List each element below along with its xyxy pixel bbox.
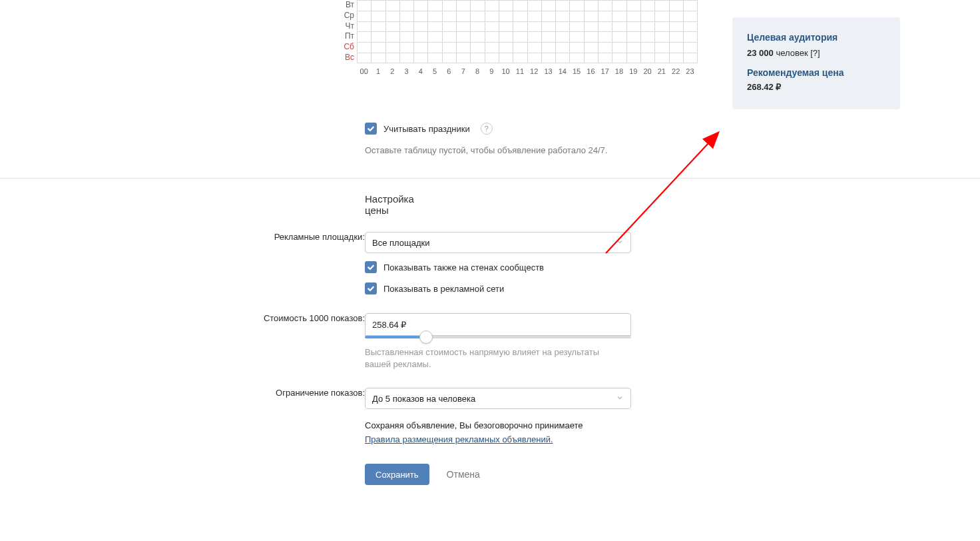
schedule-day-grid[interactable] — [357, 42, 698, 53]
schedule-cell[interactable] — [627, 1, 641, 11]
schedule-cell[interactable] — [428, 1, 442, 11]
schedule-cell[interactable] — [513, 32, 527, 42]
schedule-cell[interactable] — [400, 11, 414, 21]
platforms-select[interactable]: Все площадки — [365, 232, 631, 253]
schedule-cell[interactable] — [585, 22, 599, 32]
schedule-cell[interactable] — [358, 1, 371, 11]
holidays-checkbox-row[interactable]: Учитывать праздники ? — [365, 123, 493, 135]
schedule-cell[interactable] — [499, 53, 513, 63]
schedule-cell[interactable] — [471, 1, 485, 11]
audience-help-icon[interactable]: [?] — [810, 48, 820, 58]
schedule-cell[interactable] — [400, 53, 414, 63]
cancel-button[interactable]: Отмена — [447, 469, 480, 480]
schedule-cell[interactable] — [386, 11, 400, 21]
schedule-day-grid[interactable] — [357, 53, 698, 63]
schedule-cell[interactable] — [400, 32, 414, 42]
schedule-cell[interactable] — [499, 43, 513, 53]
schedule-cell[interactable] — [684, 43, 698, 53]
save-button[interactable]: Сохранить — [365, 464, 429, 485]
schedule-cell[interactable] — [499, 11, 513, 21]
schedule-day-grid[interactable] — [357, 21, 698, 32]
schedule-cell[interactable] — [471, 53, 485, 63]
schedule-cell[interactable] — [556, 53, 570, 63]
schedule-cell[interactable] — [386, 1, 400, 11]
schedule-cell[interactable] — [358, 53, 371, 63]
schedule-cell[interactable] — [542, 1, 556, 11]
schedule-cell[interactable] — [641, 1, 655, 11]
schedule-cell[interactable] — [599, 11, 612, 21]
schedule-cell[interactable] — [570, 22, 584, 32]
schedule-cell[interactable] — [570, 43, 584, 53]
schedule-cell[interactable] — [528, 22, 542, 32]
schedule-cell[interactable] — [655, 22, 669, 32]
schedule-cell[interactable] — [443, 53, 457, 63]
schedule-day-grid[interactable] — [357, 11, 698, 21]
schedule-cell[interactable] — [670, 32, 684, 42]
schedule-cell[interactable] — [542, 53, 556, 63]
schedule-cell[interactable] — [428, 43, 442, 53]
schedule-cell[interactable] — [684, 53, 698, 63]
schedule-cell[interactable] — [499, 32, 513, 42]
schedule-cell[interactable] — [371, 11, 385, 21]
schedule-cell[interactable] — [627, 22, 641, 32]
schedule-cell[interactable] — [457, 43, 471, 53]
schedule-cell[interactable] — [485, 11, 499, 21]
schedule-cell[interactable] — [485, 43, 499, 53]
schedule-cell[interactable] — [457, 22, 471, 32]
schedule-cell[interactable] — [457, 32, 471, 42]
schedule-cell[interactable] — [627, 32, 641, 42]
schedule-cell[interactable] — [655, 11, 669, 21]
schedule-cell[interactable] — [386, 53, 400, 63]
schedule-cell[interactable] — [513, 43, 527, 53]
schedule-cell[interactable] — [485, 1, 499, 11]
schedule-cell[interactable] — [542, 32, 556, 42]
schedule-cell[interactable] — [414, 22, 428, 32]
schedule-cell[interactable] — [570, 1, 584, 11]
schedule-cell[interactable] — [585, 1, 599, 11]
schedule-cell[interactable] — [670, 53, 684, 63]
network-checkbox-row[interactable]: Показывать в рекламной сети — [365, 282, 631, 294]
schedule-cell[interactable] — [371, 32, 385, 42]
schedule-cell[interactable] — [684, 1, 698, 11]
schedule-cell[interactable] — [528, 1, 542, 11]
schedule-cell[interactable] — [670, 22, 684, 32]
schedule-cell[interactable] — [585, 11, 599, 21]
schedule-cell[interactable] — [471, 11, 485, 21]
schedule-cell[interactable] — [371, 22, 385, 32]
schedule-cell[interactable] — [485, 32, 499, 42]
schedule-cell[interactable] — [599, 32, 612, 42]
schedule-cell[interactable] — [570, 11, 584, 21]
schedule-cell[interactable] — [556, 1, 570, 11]
schedule-cell[interactable] — [612, 11, 626, 21]
schedule-cell[interactable] — [513, 53, 527, 63]
schedule-cell[interactable] — [513, 11, 527, 21]
schedule-cell[interactable] — [386, 22, 400, 32]
schedule-cell[interactable] — [358, 43, 371, 53]
schedule-cell[interactable] — [471, 43, 485, 53]
schedule-cell[interactable] — [386, 32, 400, 42]
schedule-cell[interactable] — [414, 11, 428, 21]
schedule-cell[interactable] — [655, 1, 669, 11]
schedule-cell[interactable] — [457, 53, 471, 63]
schedule-cell[interactable] — [457, 11, 471, 21]
cpm-input[interactable]: 258.64 ₽ — [365, 313, 631, 336]
schedule-day-grid[interactable] — [357, 31, 698, 42]
schedule-cell[interactable] — [528, 53, 542, 63]
schedule-cell[interactable] — [528, 11, 542, 21]
schedule-cell[interactable] — [612, 32, 626, 42]
schedule-cell[interactable] — [570, 32, 584, 42]
schedule-cell[interactable] — [599, 53, 612, 63]
schedule-cell[interactable] — [570, 53, 584, 63]
schedule-cell[interactable] — [414, 53, 428, 63]
schedule-cell[interactable] — [428, 32, 442, 42]
schedule-cell[interactable] — [443, 1, 457, 11]
schedule-cell[interactable] — [513, 22, 527, 32]
schedule-cell[interactable] — [612, 53, 626, 63]
schedule-cell[interactable] — [641, 32, 655, 42]
schedule-cell[interactable] — [528, 43, 542, 53]
schedule-cell[interactable] — [428, 22, 442, 32]
schedule-cell[interactable] — [627, 53, 641, 63]
schedule-cell[interactable] — [414, 32, 428, 42]
help-icon[interactable]: ? — [481, 123, 493, 135]
schedule-cell[interactable] — [471, 32, 485, 42]
